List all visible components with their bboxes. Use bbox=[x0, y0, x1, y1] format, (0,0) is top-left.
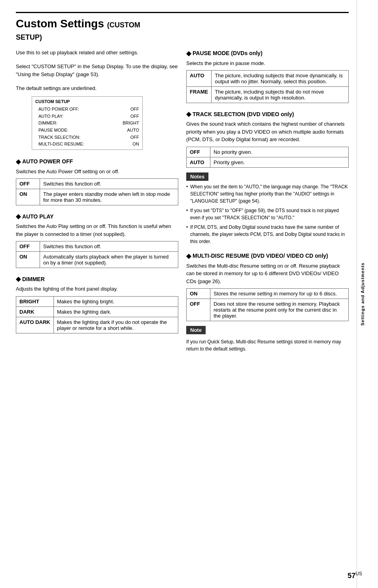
intro-para2: Select "CUSTOM SETUP" in the Setup Displ… bbox=[16, 63, 178, 78]
option-on-mdr: ON bbox=[187, 289, 210, 299]
track-selection-table: OFF No priority given. AUTO Priority giv… bbox=[186, 147, 349, 168]
option-off-ts: OFF bbox=[187, 147, 210, 157]
page-title: Custom Settings (CUSTOMSETUP) bbox=[16, 18, 349, 42]
option-off: OFF bbox=[16, 179, 40, 189]
setup-row-3: PAUSE MODE:AUTO bbox=[35, 127, 139, 134]
table-row: DARK Makes the lighting dark. bbox=[16, 306, 178, 317]
option-frame: FRAME bbox=[187, 87, 212, 103]
option-off-ts-desc: No priority given. bbox=[210, 147, 349, 157]
section-header-pause-mode: ◆ PAUSE MODE (DVDs only) bbox=[186, 50, 349, 57]
note-single-text: If you run Quick Setup, Multi-disc Resum… bbox=[186, 338, 349, 352]
table-row: ON Stores the resume setting in memory f… bbox=[187, 289, 349, 299]
diamond-icon-4: ◆ bbox=[186, 50, 191, 57]
table-row: ON Automatically starts playback when th… bbox=[16, 252, 178, 268]
diamond-icon-3: ◆ bbox=[16, 275, 21, 283]
notes-section: Notes When you set the item to "AUTO," t… bbox=[186, 172, 349, 245]
table-row: AUTO Priority given. bbox=[187, 157, 349, 167]
page-number: 57US bbox=[347, 571, 362, 580]
option-dark-desc: Makes the lighting dark. bbox=[53, 306, 178, 317]
option-on-mdr-desc: Stores the resume setting in memory for … bbox=[210, 289, 349, 299]
option-bright-desc: Makes the lighting bright. bbox=[53, 296, 178, 306]
diamond-icon: ◆ bbox=[16, 158, 21, 165]
option-dark: DARK bbox=[16, 306, 54, 317]
table-row: AUTO DARK Makes the lighting dark if you… bbox=[16, 317, 178, 333]
pause-mode-table: AUTO The picture, including subjects tha… bbox=[186, 70, 349, 103]
note-single-section: Note If you run Quick Setup, Multi-disc … bbox=[186, 326, 349, 352]
notes-list: When you set the item to "AUTO," the lan… bbox=[186, 183, 349, 245]
section-header-auto-play: ◆ AUTO PLAY bbox=[16, 213, 178, 220]
auto-power-off-table: OFF Switches this function off. ON The p… bbox=[16, 178, 178, 205]
setup-display-title: CUSTOM SETUP bbox=[35, 98, 139, 105]
setup-display-image: CUSTOM SETUP AUTO POWER OFF:OFF AUTO PLA… bbox=[32, 96, 143, 150]
left-column: Use this to set up playback related and … bbox=[16, 42, 178, 353]
option-off-mdr: OFF bbox=[187, 299, 210, 321]
option-auto-dark: AUTO DARK bbox=[16, 317, 54, 333]
table-row: BRIGHT Makes the lighting bright. bbox=[16, 296, 178, 306]
table-row: OFF No priority given. bbox=[187, 147, 349, 157]
option-auto-pm-desc: The picture, including subjects that mov… bbox=[212, 71, 349, 87]
intro-para3: The default settings are underlined. bbox=[16, 84, 178, 92]
notes-header: Notes bbox=[186, 172, 208, 181]
section-header-auto-power-off: ◆ AUTO POWER OFF bbox=[16, 158, 178, 165]
table-row: FRAME The picture, including subjects th… bbox=[187, 87, 349, 103]
title-text: Custom Settings (CUSTOMSETUP) bbox=[16, 17, 140, 42]
side-tab-label: Settings and Adjustments bbox=[360, 262, 365, 326]
right-column: ◆ PAUSE MODE (DVDs only) Selects the pic… bbox=[186, 42, 349, 353]
option-auto-ts-desc: Priority given. bbox=[210, 157, 349, 167]
setup-row-4: TRACK SELECTION:OFF bbox=[35, 134, 139, 141]
table-row: OFF Switches this function off. bbox=[16, 179, 178, 189]
option-bright: BRIGHT bbox=[16, 296, 54, 306]
section-header-track-selection: ◆ TRACK SELECTION (DVD VIDEO only) bbox=[186, 110, 349, 118]
option-off-desc: Switches this function off. bbox=[40, 179, 178, 189]
option-on-2: ON bbox=[16, 252, 40, 268]
track-selection-desc: Gives the sound track which contains the… bbox=[186, 120, 349, 144]
option-off-2-desc: Switches this function off. bbox=[40, 241, 178, 252]
dimmer-desc: Adjusts the lighting of the front panel … bbox=[16, 285, 178, 293]
note-item-3: If PCM, DTS, and Dolby Digital sound tra… bbox=[186, 224, 349, 245]
option-on: ON bbox=[16, 189, 40, 205]
option-auto-ts: AUTO bbox=[187, 157, 210, 167]
dimmer-table: BRIGHT Makes the lighting bright. DARK M… bbox=[16, 296, 178, 333]
setup-row-0: AUTO POWER OFF:OFF bbox=[35, 106, 139, 113]
title-bar bbox=[16, 12, 349, 16]
option-auto-pm: AUTO bbox=[187, 71, 212, 87]
setup-row-2: DIMMER:BRIGHT bbox=[35, 120, 139, 127]
side-tab: Settings and Adjustments bbox=[357, 0, 368, 588]
table-row: OFF Switches this function off. bbox=[16, 241, 178, 252]
diamond-icon-6: ◆ bbox=[186, 252, 191, 260]
section-header-multi-disc: ◆ MULTI-DISC RESUME (DVD VIDEO/ VIDEO CD… bbox=[186, 252, 349, 260]
intro-para1: Use this to set up playback related and … bbox=[16, 49, 178, 57]
note-item-2: If you set "DTS" to "OFF" (page 59), the… bbox=[186, 207, 349, 221]
auto-play-table: OFF Switches this function off. ON Autom… bbox=[16, 241, 178, 268]
option-off-mdr-desc: Does not store the resume setting in mem… bbox=[210, 299, 349, 321]
auto-power-off-desc: Switches the Auto Power Off setting on o… bbox=[16, 168, 178, 176]
diamond-icon-5: ◆ bbox=[186, 110, 191, 118]
table-row: OFF Does not store the resume setting in… bbox=[187, 299, 349, 321]
option-off-2: OFF bbox=[16, 241, 40, 252]
table-row: AUTO The picture, including subjects tha… bbox=[187, 71, 349, 87]
note-item-1: When you set the item to "AUTO," the lan… bbox=[186, 183, 349, 205]
option-on-desc: The player enters standby mode when left… bbox=[40, 189, 178, 205]
option-on-2-desc: Automatically starts playback when the p… bbox=[40, 252, 178, 268]
pause-mode-desc: Selects the picture in pause mode. bbox=[186, 59, 349, 67]
multi-disc-desc: Switches the Multi-disc Resume setting o… bbox=[186, 262, 349, 285]
diamond-icon-2: ◆ bbox=[16, 213, 21, 220]
setup-row-5: MULTI-DISC RESUME:ON bbox=[35, 141, 139, 148]
auto-play-desc: Switches the Auto Play setting on or off… bbox=[16, 222, 178, 238]
note-single-header: Note bbox=[186, 326, 206, 334]
section-header-dimmer: ◆ DIMMER bbox=[16, 275, 178, 283]
option-auto-dark-desc: Makes the lighting dark if you do not op… bbox=[53, 317, 178, 333]
multi-disc-table: ON Stores the resume setting in memory f… bbox=[186, 288, 349, 321]
setup-row-1: AUTO PLAY:OFF bbox=[35, 113, 139, 120]
option-frame-desc: The picture, including subjects that do … bbox=[212, 87, 349, 103]
table-row: ON The player enters standby mode when l… bbox=[16, 189, 178, 205]
